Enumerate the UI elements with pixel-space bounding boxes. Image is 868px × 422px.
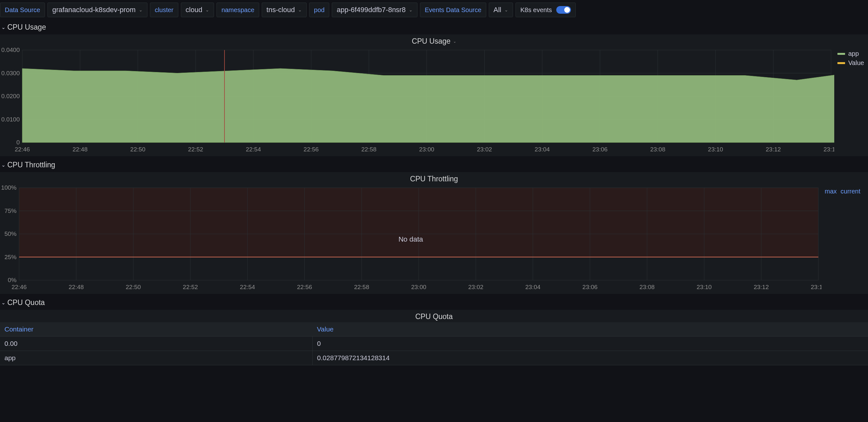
legend-header-max[interactable]: max — [825, 188, 837, 195]
svg-text:23:00: 23:00 — [411, 284, 426, 290]
svg-text:23:10: 23:10 — [697, 284, 712, 290]
cell-container: 0.00 — [0, 337, 312, 351]
section-title: CPU Usage — [7, 23, 46, 32]
panel-cpu-usage: CPU Usage ⌄ 22:4622:4822:5022:5222:5422:… — [0, 34, 868, 156]
svg-text:100%: 100% — [1, 185, 17, 191]
chevron-down-icon: ⌄ — [298, 7, 302, 12]
svg-text:22:58: 22:58 — [354, 284, 369, 290]
svg-text:22:46: 22:46 — [11, 284, 27, 290]
cell-value: 0 — [312, 337, 868, 351]
svg-text:23:06: 23:06 — [582, 284, 598, 290]
svg-text:23:12: 23:12 — [766, 146, 781, 153]
legend-swatch — [837, 62, 845, 64]
svg-text:0.0400: 0.0400 — [1, 47, 20, 53]
no-data-text: No data — [398, 235, 423, 244]
var-value-pod: app-6f499ddfb7-8nsr8 — [337, 6, 406, 14]
var-value-cluster: cloud — [186, 6, 203, 14]
panel-title: CPU Throttling — [410, 175, 458, 183]
svg-text:22:58: 22:58 — [362, 146, 377, 153]
chevron-down-icon: ⌄ — [1, 162, 5, 168]
table-header-container[interactable]: Container — [0, 322, 312, 337]
cpu-quota-table: Container Value 0.00 0 app 0.02877987213… — [0, 322, 868, 365]
svg-text:23:00: 23:00 — [419, 146, 434, 153]
section-title: CPU Throttling — [7, 161, 55, 169]
panel-cpu-quota: CPU Quota Container Value 0.00 0 app 0.0… — [0, 310, 868, 365]
variable-toolbar: Data Source grafanacloud-k8sdev-prom ⌄ c… — [0, 0, 868, 20]
svg-text:22:54: 22:54 — [240, 284, 255, 290]
chevron-down-icon: ⌄ — [1, 24, 5, 30]
svg-text:22:50: 22:50 — [126, 284, 141, 290]
svg-text:0.0300: 0.0300 — [1, 70, 20, 77]
legend-item-app[interactable]: app — [837, 50, 868, 57]
cell-value: 0.028779872134128314 — [312, 351, 868, 365]
legend-text: Value — [848, 59, 864, 66]
var-select-data-source[interactable]: grafanacloud-k8sdev-prom ⌄ — [48, 3, 148, 17]
svg-text:22:56: 22:56 — [297, 284, 312, 290]
section-header-cpu-throttling[interactable]: ⌄ CPU Throttling — [0, 158, 868, 172]
svg-text:22:54: 22:54 — [246, 146, 261, 153]
chevron-down-icon: ⌄ — [409, 7, 413, 12]
svg-text:23:10: 23:10 — [708, 146, 723, 153]
panel-title-bar-cpu-throttling[interactable]: CPU Throttling — [0, 172, 868, 185]
svg-text:0.0200: 0.0200 — [1, 93, 20, 100]
svg-text:0%: 0% — [8, 277, 17, 283]
panel-title-bar-cpu-quota[interactable]: CPU Quota — [0, 310, 868, 322]
var-select-namespace[interactable]: tns-cloud ⌄ — [262, 3, 307, 17]
svg-text:75%: 75% — [4, 207, 17, 214]
cpu-throttling-chart[interactable]: 22:4622:4822:5022:5222:5422:5622:5823:00… — [0, 185, 822, 294]
var-label-events-ds: Events Data Source — [420, 3, 486, 17]
section-header-cpu-quota[interactable]: ⌄ CPU Quota — [0, 295, 868, 310]
svg-text:23:04: 23:04 — [535, 146, 550, 153]
svg-text:25%: 25% — [4, 254, 17, 260]
panel-cpu-throttling: CPU Throttling 22:4622:4822:5022:5222:54… — [0, 172, 868, 294]
chevron-down-icon: ⌄ — [1, 300, 5, 306]
var-select-events-ds[interactable]: All ⌄ — [489, 3, 513, 17]
chevron-down-icon: ⌄ — [139, 7, 143, 12]
legend-item-value[interactable]: Value — [837, 59, 868, 66]
svg-text:23:14: 23:14 — [824, 146, 834, 153]
cpu-usage-chart[interactable]: 22:4622:4822:5022:5222:5422:5622:5823:00… — [0, 47, 834, 156]
panel-title: CPU Usage — [412, 37, 450, 46]
section-header-cpu-usage[interactable]: ⌄ CPU Usage — [0, 20, 868, 34]
var-value-data-source: grafanacloud-k8sdev-prom — [52, 6, 136, 14]
svg-text:23:12: 23:12 — [754, 284, 769, 290]
var-label-namespace: namespace — [217, 3, 259, 17]
svg-text:22:48: 22:48 — [69, 284, 84, 290]
svg-text:23:02: 23:02 — [477, 146, 492, 153]
table-row[interactable]: 0.00 0 — [0, 337, 868, 351]
chevron-down-icon: ⌄ — [453, 39, 456, 44]
k8s-events-label: K8s events — [520, 6, 552, 14]
legend-swatch — [837, 53, 845, 55]
k8s-events-toggle[interactable] — [556, 6, 571, 14]
cpu-usage-legend: app Value — [834, 47, 868, 156]
var-label-cluster: cluster — [150, 3, 178, 17]
panel-title-bar-cpu-usage[interactable]: CPU Usage ⌄ — [0, 34, 868, 47]
svg-text:23:08: 23:08 — [650, 146, 665, 153]
var-label-data-source: Data Source — [0, 3, 45, 17]
chevron-down-icon: ⌄ — [504, 7, 508, 12]
svg-text:22:48: 22:48 — [72, 146, 88, 153]
var-select-cluster[interactable]: cloud ⌄ — [181, 3, 214, 17]
svg-text:22:56: 22:56 — [304, 146, 319, 153]
var-value-namespace: tns-cloud — [267, 6, 295, 14]
svg-text:23:04: 23:04 — [525, 284, 541, 290]
svg-text:22:52: 22:52 — [188, 146, 204, 153]
svg-text:22:52: 22:52 — [183, 284, 198, 290]
legend-header-current[interactable]: current — [841, 188, 860, 195]
panel-title: CPU Quota — [415, 312, 453, 321]
svg-text:23:14: 23:14 — [811, 284, 822, 290]
cell-container: app — [0, 351, 312, 365]
svg-text:50%: 50% — [4, 230, 17, 237]
var-label-pod: pod — [309, 3, 329, 17]
section-title: CPU Quota — [7, 298, 45, 307]
svg-text:23:06: 23:06 — [593, 146, 608, 153]
cpu-throttling-legend: max current — [822, 185, 868, 294]
svg-text:23:02: 23:02 — [468, 284, 484, 290]
var-select-pod[interactable]: app-6f499ddfb7-8nsr8 ⌄ — [332, 3, 417, 17]
svg-text:22:46: 22:46 — [14, 146, 30, 153]
table-row[interactable]: app 0.028779872134128314 — [0, 351, 868, 365]
svg-text:0.0100: 0.0100 — [1, 116, 20, 123]
chevron-down-icon: ⌄ — [206, 7, 209, 12]
table-header-value[interactable]: Value — [312, 322, 868, 337]
svg-text:0: 0 — [16, 139, 20, 146]
